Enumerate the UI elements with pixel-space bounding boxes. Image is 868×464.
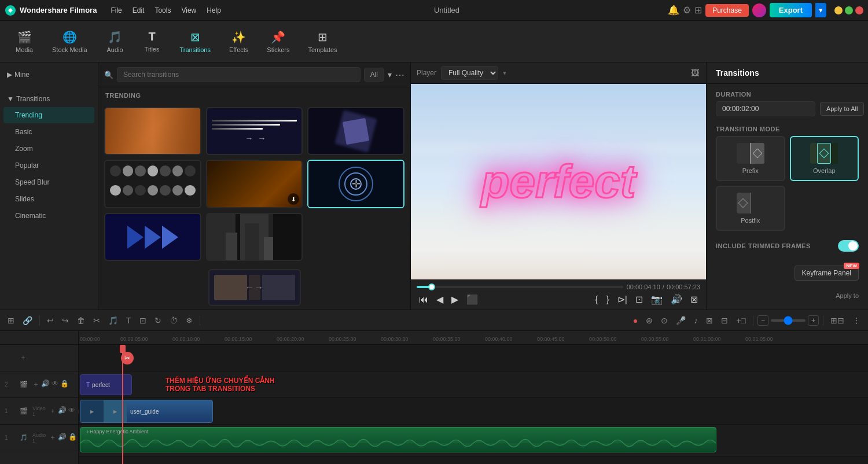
- trimmed-frames-toggle[interactable]: [838, 240, 859, 252]
- delete-button[interactable]: 🗑: [74, 314, 88, 327]
- mark-in-button[interactable]: {: [593, 293, 600, 306]
- nav-trending[interactable]: Trending: [3, 107, 94, 123]
- transitions-header[interactable]: ▼ Transitions: [0, 91, 98, 106]
- zoom-out-button[interactable]: −: [757, 315, 768, 326]
- avatar-button[interactable]: [752, 3, 766, 17]
- toolbar-stock[interactable]: 🌐 Stock Media: [44, 27, 95, 57]
- rotate-button[interactable]: ↻: [152, 314, 164, 327]
- menu-help[interactable]: Help: [202, 5, 226, 16]
- snapshot-button[interactable]: 📷: [649, 293, 665, 306]
- freeze-button[interactable]: ❄: [183, 314, 196, 327]
- add-track-icon[interactable]: ＋: [20, 353, 27, 363]
- settings-button[interactable]: ⋮: [849, 314, 863, 327]
- video2-volume-icon[interactable]: 🔊: [41, 380, 50, 389]
- music-button[interactable]: ♪: [691, 314, 701, 327]
- keyframe-panel-button[interactable]: Keyframe Panel NEW: [795, 266, 859, 281]
- video1-volume-icon[interactable]: 🔊: [58, 406, 67, 416]
- apply-all-button[interactable]: Apply to All: [820, 102, 864, 116]
- pip-button[interactable]: ⊠: [688, 293, 700, 306]
- add-track-button[interactable]: +□: [733, 314, 749, 327]
- filter-dropdown-icon[interactable]: ▾: [388, 70, 392, 79]
- shield-button[interactable]: ⊙: [658, 314, 671, 327]
- audio1-lock-icon[interactable]: 🔒: [68, 433, 77, 443]
- nav-zoom[interactable]: Zoom: [3, 141, 94, 157]
- subtitle-button[interactable]: ⊟: [718, 314, 731, 327]
- effects-track-button[interactable]: ⊛: [643, 314, 656, 327]
- quality-select[interactable]: Full Quality: [441, 66, 498, 80]
- record-button[interactable]: ●: [630, 314, 641, 327]
- mode-overlap[interactable]: Overlap: [790, 136, 859, 181]
- maximize-button[interactable]: [845, 6, 853, 14]
- toolbar-media[interactable]: 🎬 Media: [7, 27, 42, 57]
- settings-icon[interactable]: ⚙: [683, 5, 691, 16]
- audio-button[interactable]: 🔊: [668, 293, 685, 306]
- step-back-button[interactable]: ◀: [434, 293, 446, 306]
- video2-eye-icon[interactable]: 👁: [52, 380, 58, 389]
- duration-input[interactable]: [716, 101, 815, 116]
- transition-warp-zoom[interactable]: ✛ Warp Zoom 6: [307, 160, 404, 208]
- play-button[interactable]: ▶: [449, 293, 461, 306]
- mark-out-button[interactable]: }: [604, 293, 612, 306]
- video2-add-icon[interactable]: ＋: [32, 380, 39, 389]
- export-button[interactable]: Export: [770, 3, 812, 17]
- purchase-button[interactable]: Purchase: [705, 4, 749, 17]
- audio1-volume-icon[interactable]: 🔊: [58, 433, 67, 443]
- transition-extra-1[interactable]: ←→: [208, 269, 301, 306]
- add-marker-button[interactable]: ⊳|: [615, 293, 630, 306]
- menu-file[interactable]: File: [106, 5, 126, 16]
- minimize-button[interactable]: [834, 6, 843, 14]
- screenshot-icon[interactable]: 🖼: [690, 67, 700, 79]
- transition-fast-wipe-right[interactable]: → → Fast Wipe Right: [206, 107, 303, 155]
- notification-icon[interactable]: 🔔: [668, 5, 679, 16]
- clip-text-perfect[interactable]: T perfect: [80, 374, 132, 395]
- link-button[interactable]: 🔗: [20, 314, 35, 327]
- menu-edit[interactable]: Edit: [128, 5, 149, 16]
- video1-add-icon[interactable]: ＋: [49, 406, 56, 416]
- speed-button[interactable]: ⏱: [167, 314, 181, 327]
- search-input[interactable]: [117, 67, 361, 82]
- nav-speed-blur[interactable]: Speed Blur: [3, 174, 94, 190]
- transition-cinematic[interactable]: ⬇ Cinematic Digital Slideshow ...: [206, 160, 303, 208]
- mode-prefix[interactable]: Prefix: [716, 136, 785, 181]
- toolbar-transitions[interactable]: ⊠ Transitions: [172, 27, 219, 57]
- progress-thumb[interactable]: [428, 283, 435, 290]
- transition-blur-dissolve[interactable]: Blur Dissolve 1: [307, 107, 404, 155]
- filter-button[interactable]: All: [364, 68, 384, 82]
- mode-postfix[interactable]: Postfix: [716, 186, 785, 231]
- more-options-button[interactable]: ⋯: [395, 69, 404, 80]
- transition-fade[interactable]: Fade: [104, 107, 201, 155]
- layout-button[interactable]: ⊞⊟: [827, 314, 847, 327]
- nav-slides[interactable]: Slides: [3, 191, 94, 207]
- close-button[interactable]: [855, 6, 863, 14]
- video2-lock-icon[interactable]: 🔒: [60, 380, 69, 389]
- toolbar-titles[interactable]: T Titles: [135, 27, 170, 56]
- enhance-button[interactable]: ⊠: [703, 314, 716, 327]
- playhead[interactable]: [122, 345, 123, 464]
- toolbar-audio[interactable]: 🎵 Audio: [98, 27, 133, 57]
- transition-dissolve[interactable]: Dissolve: [104, 160, 201, 208]
- toolbar-templates[interactable]: ⊞ Templates: [300, 27, 345, 57]
- clip-video-user-guide[interactable]: ▶ ▶ user_guide: [80, 400, 213, 423]
- transition-building[interactable]: —: [206, 213, 303, 261]
- scene-detect-button[interactable]: ⊞: [5, 314, 17, 327]
- menu-view[interactable]: View: [176, 5, 201, 16]
- mine-header[interactable]: ▶ Mine: [0, 67, 98, 82]
- toolbar-stickers[interactable]: 📌 Stickers: [259, 27, 297, 57]
- nav-basic[interactable]: Basic: [3, 124, 94, 140]
- export-dropdown-button[interactable]: ▾: [815, 3, 826, 17]
- video1-eye-icon[interactable]: 👁: [68, 406, 75, 416]
- timeline-ruler[interactable]: 00:00:00 00:00:05:00 00:00:10:00 00:00:1…: [79, 331, 868, 345]
- progress-bar[interactable]: [417, 286, 623, 288]
- undo-button[interactable]: ↩: [44, 314, 57, 327]
- nav-popular[interactable]: Popular: [3, 157, 94, 174]
- menu-tools[interactable]: Tools: [150, 5, 175, 16]
- crop-button[interactable]: ⊡: [137, 314, 149, 327]
- zoom-slider[interactable]: [771, 319, 806, 322]
- transition-blue-arrows[interactable]: —: [104, 213, 201, 261]
- skip-back-button[interactable]: ⏮: [417, 293, 431, 306]
- redo-button[interactable]: ↪: [59, 314, 72, 327]
- grid-icon[interactable]: ⊞: [694, 5, 702, 16]
- text-button[interactable]: T: [123, 314, 134, 327]
- zoom-in-button[interactable]: +: [808, 315, 819, 326]
- audio-trim-button[interactable]: 🎵: [105, 314, 121, 327]
